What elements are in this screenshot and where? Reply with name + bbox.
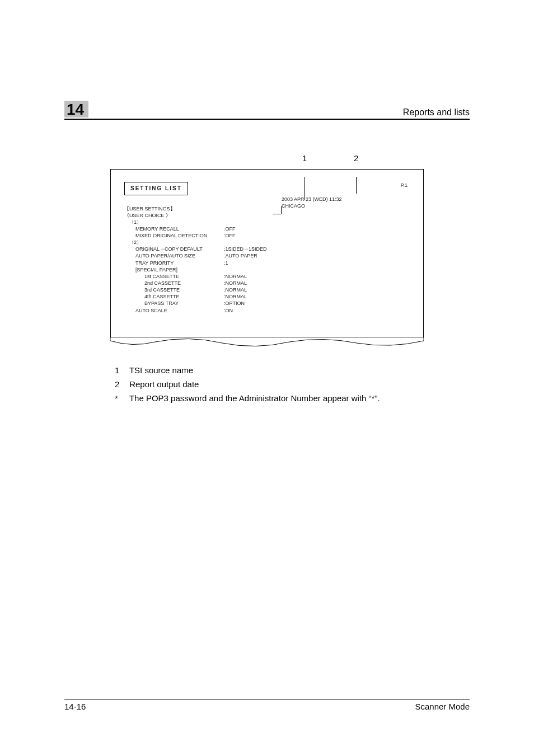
page-footer: 14-16 Scanner Mode — [64, 699, 470, 711]
label-auto-scale: AUTO SCALE — [135, 307, 224, 314]
label-cassette-3: 3rd CASSETTE — [144, 287, 224, 293]
row-cassette-2: 2nd CASSETTE :NORMAL — [124, 280, 410, 287]
label-mixed-original: MIXED ORIGINAL DETECTION — [135, 232, 224, 239]
callout-marker-2: 2 — [354, 153, 358, 163]
value-cassette-4: :NORMAL — [224, 293, 247, 300]
row-cassette-3: 3rd CASSETTE :NORMAL — [124, 287, 410, 293]
label-bypass-tray: BYPASS TRAY — [144, 300, 224, 307]
figure-title: SETTING LIST — [124, 182, 188, 195]
legend-num-2: 2 — [115, 379, 127, 389]
label-cassette-2: 2nd CASSETTE — [144, 280, 224, 287]
legend-item-2: 2 Report output date — [115, 379, 470, 389]
torn-edge-icon — [110, 337, 424, 349]
label-original-copy: ORIGINAL→COPY DEFAULT — [135, 246, 224, 252]
row-bypass-tray: BYPASS TRAY :OPTION — [124, 300, 410, 307]
label-tray-priority: TRAY PRIORITY — [135, 260, 224, 266]
label-memory-recall: MEMORY RECALL — [135, 226, 224, 232]
label-cassette-1: 1st CASSETTE — [144, 273, 224, 280]
callout-marker-1: 1 — [302, 153, 307, 163]
figure-datetime: 2003 APR 23 (WED) 11:32 — [282, 196, 342, 203]
figure-legend: 1 TSI source name 2 Report output date *… — [115, 365, 470, 403]
group-2: 〈2〉 — [124, 239, 410, 246]
footer-page-number: 14-16 — [64, 702, 86, 711]
value-cassette-2: :NORMAL — [224, 280, 247, 287]
value-bypass-tray: :OPTION — [224, 300, 245, 307]
figure-source: CHICAGO — [282, 203, 342, 210]
label-special-paper: [SPECIAL PAPER] — [135, 266, 177, 273]
value-original-copy: :1SIDED→1SIDED — [224, 246, 267, 252]
label-cassette-4: 4th CASSETTE — [144, 293, 224, 300]
setting-list-figure: 1 2 P.1 SETTING LIST 2003 APR 23 (WED) 1… — [110, 153, 424, 349]
legend-item-1: 1 TSI source name — [115, 365, 470, 375]
row-original-copy: ORIGINAL→COPY DEFAULT :1SIDED→1SIDED — [124, 246, 410, 252]
legend-text-1: TSI source name — [129, 365, 193, 375]
page-header: 14 Reports and lists — [64, 101, 470, 120]
value-auto-paper: :AUTO PAPER — [224, 252, 257, 259]
value-mixed-original: :OFF — [224, 232, 236, 239]
heading-user-settings: 【USER SETTINGS】 — [124, 205, 410, 212]
legend-text-2: Report output date — [129, 379, 199, 389]
heading-user-choice: 《USER CHOICE 》 — [124, 212, 410, 219]
label-auto-paper: AUTO PAPER/AUTO SIZE — [135, 252, 224, 259]
value-cassette-1: :NORMAL — [224, 273, 247, 280]
legend-text-star: The POP3 password and the Administrator … — [129, 393, 380, 403]
section-title: Reports and lists — [403, 107, 470, 118]
value-auto-scale: :ON — [224, 307, 233, 314]
footer-mode: Scanner Mode — [415, 702, 470, 711]
row-special-paper: [SPECIAL PAPER] — [124, 266, 410, 273]
chapter-number: 14 — [64, 101, 88, 118]
row-cassette-1: 1st CASSETTE :NORMAL — [124, 273, 410, 280]
row-mixed-original: MIXED ORIGINAL DETECTION :OFF — [124, 232, 410, 239]
row-auto-scale: AUTO SCALE :ON — [124, 307, 410, 314]
row-tray-priority: TRAY PRIORITY :1 — [124, 260, 410, 266]
row-auto-paper: AUTO PAPER/AUTO SIZE :AUTO PAPER — [124, 252, 410, 259]
legend-item-note: * The POP3 password and the Administrato… — [115, 393, 470, 403]
legend-num-1: 1 — [115, 365, 127, 375]
group-1: 〈1〉 — [124, 219, 410, 226]
row-cassette-4: 4th CASSETTE :NORMAL — [124, 293, 410, 300]
value-memory-recall: :OFF — [224, 226, 236, 232]
value-tray-priority: :1 — [224, 260, 228, 266]
figure-page-number: P.1 — [401, 182, 407, 189]
legend-num-star: * — [115, 393, 127, 403]
value-cassette-3: :NORMAL — [224, 287, 247, 293]
row-memory-recall: MEMORY RECALL :OFF — [124, 226, 410, 232]
